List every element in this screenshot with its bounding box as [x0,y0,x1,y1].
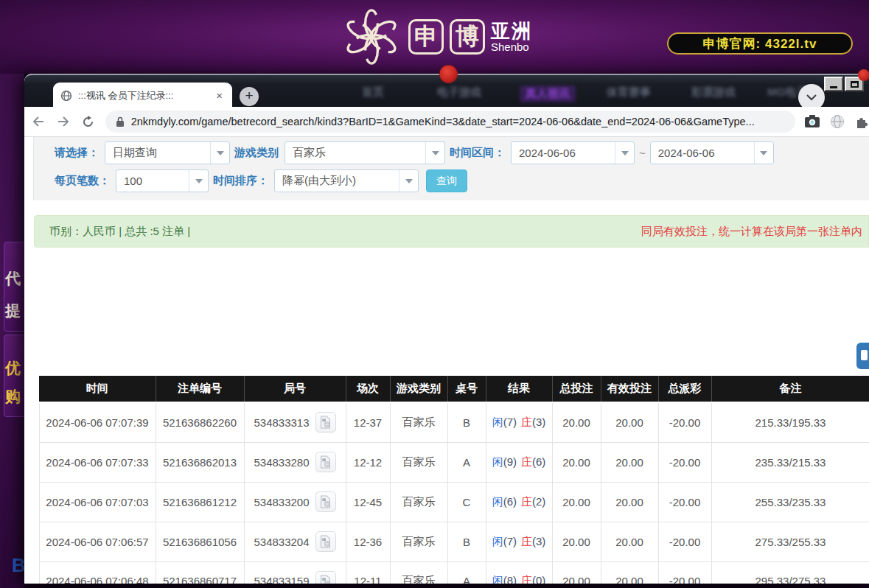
extensions-puzzle-icon[interactable] [854,114,869,129]
date-range-label: 时间区间： [450,146,505,160]
filter-panel: 请选择： 日期查询 游戏类别 百家乐 时间区间： 2024-06-06 ~ 20 [33,137,869,200]
cell-note: 295.33/275.33 [711,561,869,584]
video-replay-button[interactable] [315,571,336,584]
caret-down-icon [432,151,439,155]
summary-bar: 币别：人民币 | 总共 :5 注单 | 同局有效投注，统一计算在该局第一张注单内 [34,215,869,248]
game-type-value: 百家乐 [285,146,425,160]
header-valid-bet: 有效投注 [601,376,658,402]
tab-close-icon[interactable]: × [214,89,225,102]
side-menu-fragment: 购 [5,386,21,407]
game-type-label: 游戏类别 [234,146,279,160]
refresh-button[interactable] [77,111,100,133]
video-replay-button[interactable] [315,412,336,433]
round-id-text: 534833159 [254,575,309,584]
cell-result: 闲(8)庄(0) [486,561,552,584]
result-banker-label: 庄 [521,455,532,468]
extension-globe-icon[interactable] [830,114,845,129]
side-menu-fragment: 提 [5,301,21,321]
table-row: 2024-06-06 07:06:57 521636861056 5348332… [39,522,869,561]
background-nav-item: 体育赛事 [607,85,651,99]
header-note: 备注 [711,376,869,402]
cell-note: 215.33/195.33 [711,402,869,442]
background-nav-item: 彩票游戏 [691,85,736,99]
minimize-button[interactable] [824,77,843,91]
cell-valid-bet: 20.00 [601,482,658,522]
official-site-button[interactable]: 申博官网: 4322l.tv [667,32,853,55]
game-type-select[interactable]: 百家乐 [285,141,445,164]
date-start-select[interactable]: 2024-06-06 [511,141,635,164]
cell-game: 百家乐 [390,522,447,561]
video-file-icon [319,455,332,469]
video-file-icon [319,575,332,584]
cell-session: 12-36 [346,522,390,561]
video-replay-button[interactable] [315,452,336,472]
round-id-text: 534833280 [254,456,309,469]
filter-row-2: 每页笔数： 100 时间排序： 降幂(由大到小) 查询 [50,169,467,192]
caret-box [425,142,444,164]
cell-total-bet-link[interactable]: 20.00 [552,482,601,522]
cell-table-no: A [447,561,486,584]
tab-favicon-globe-icon [60,90,72,102]
header-total-bet: 总投注 [552,376,601,402]
logo-en-text: Shenbo [491,41,532,52]
video-replay-button[interactable] [315,491,336,512]
cell-total-bet-link[interactable]: 20.00 [552,442,601,482]
caret-box [615,142,634,164]
result-player-value: (7) [503,416,517,428]
cell-total-bet-link[interactable]: 20.00 [552,402,601,442]
cell-game: 百家乐 [390,442,447,482]
cell-round-id: 534833159 [244,561,346,584]
result-banker-value: (0) [532,574,545,584]
header-game-type: 游戏类别 [390,376,447,402]
per-page-value: 100 [116,175,189,187]
header-table-no: 桌号 [447,376,486,402]
sort-select[interactable]: 降幂(由大到小) [274,169,419,192]
cell-total-bet-link[interactable]: 20.00 [552,561,601,584]
result-player-value: (6) [503,495,517,508]
cell-payout: -20.00 [658,522,711,561]
forward-button[interactable] [52,111,74,133]
caret-box [189,170,208,192]
red-corner-badge [858,69,869,81]
video-file-icon [319,416,332,429]
result-player-label: 闲 [492,535,503,547]
cell-valid-bet: 20.00 [601,402,658,442]
caret-down-icon [405,179,413,183]
new-tab-button[interactable]: + [240,87,259,106]
cell-game: 百家乐 [390,561,447,584]
date-end-select[interactable]: 2024-06-06 [650,141,774,164]
cell-table-no: A [447,442,486,482]
video-replay-button[interactable] [315,531,336,552]
address-bar[interactable]: 2nkmdyly.com/game/betrecord_search/kind3… [105,111,795,133]
camera-icon[interactable] [804,114,820,128]
result-banker-label: 庄 [521,574,532,584]
cell-table-no: B [447,522,486,561]
browser-tab[interactable]: :::视讯 会员下注纪录::: × [53,83,232,108]
cell-bet-id: 521636861212 [156,482,244,522]
search-button[interactable]: 查询 [426,169,467,192]
maximize-icon [851,81,859,88]
cell-session: 12-37 [346,402,390,442]
minimize-icon [830,86,837,88]
cell-session: 12-12 [346,442,390,482]
back-button[interactable] [27,111,49,133]
page-content: 请选择： 日期查询 游戏类别 百家乐 时间区间： 2024-06-06 ~ 20 [24,137,869,584]
filter-row-1: 请选择： 日期查询 游戏类别 百家乐 时间区间： 2024-06-06 ~ 20 [50,141,774,164]
partial-blue-button[interactable] [856,343,869,369]
result-player-label: 闲 [492,416,503,428]
result-banker-label: 庄 [521,495,532,508]
cell-table-no: B [447,402,486,442]
cell-total-bet-link[interactable]: 20.00 [552,522,601,561]
refresh-icon [82,116,94,128]
logo-cn-text: 亚洲 [491,21,532,41]
result-banker-value: (2) [532,495,545,508]
background-nav-item: 首页 [362,85,384,99]
header-result: 结果 [486,376,552,402]
date-end-value: 2024-06-06 [651,147,754,159]
per-page-select[interactable]: 100 [116,169,209,192]
result-player-label: 闲 [492,495,503,508]
caret-down-icon [217,151,224,155]
query-mode-select[interactable]: 日期查询 [105,141,230,164]
side-menu-fragment: 优 [5,358,21,379]
cell-note: 255.33/235.33 [711,482,869,522]
